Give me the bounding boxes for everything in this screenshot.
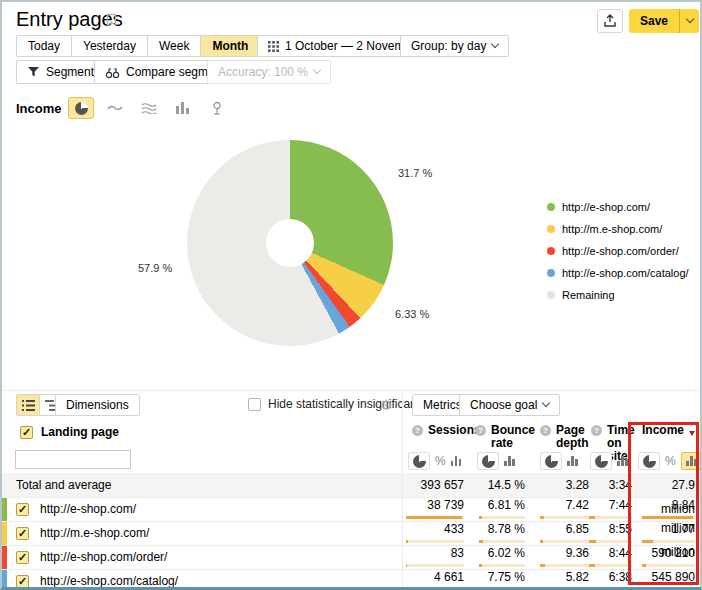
choose-goal-label: Choose goal [470,395,537,415]
legend-dot [547,291,555,299]
legend-item[interactable]: http://e-shop.com/order/ [547,240,689,262]
legend-label: http://e-shop.com/order/ [562,245,679,257]
legend-label: http://m.e-shop.com/ [562,223,662,235]
group-by-button[interactable]: Group: by day [400,35,509,57]
row-checkbox[interactable]: ✓ [16,551,29,564]
row-url[interactable]: http://m.e-shop.com/ [40,522,149,545]
help-icon[interactable]: ? [591,425,602,436]
url-filter-input[interactable] [15,450,131,469]
row-checkbox[interactable]: ✓ [16,575,29,588]
group-by-label: Group: by day [411,36,486,56]
entry-pages-report: Entry pages Save Today Yesterday Week Mo… [0,0,702,590]
legend-dot [547,269,555,277]
depth-cell: 5.82 [540,570,589,590]
legend-dot [547,203,555,211]
table-row[interactable]: ✓ http://e-shop.com/catalog/ 4 661 7.75 … [2,569,700,590]
pie-display-button[interactable] [477,452,499,470]
row-url[interactable]: http://e-shop.com/ [40,498,136,521]
export-icon [603,14,617,28]
bookmark-icon[interactable] [106,13,117,27]
legend-dot [547,225,555,233]
legend-item[interactable]: http://e-shop.com/ [547,196,689,218]
time-cell: 6:38 [589,570,632,590]
tab-week[interactable]: Week [147,35,201,57]
chevron-down-icon [313,66,321,74]
choose-goal-button[interactable]: Choose goal [459,394,560,416]
tab-month[interactable]: Month [200,35,260,57]
bars-icon [686,456,697,466]
table-row[interactable]: ✓ http://e-shop.com/ 38 739 6.81 % 7.42 … [2,497,700,521]
pie-chart-button[interactable] [68,97,94,119]
checkbox-unchecked[interactable] [248,398,261,411]
help-icon[interactable]: ? [412,425,423,436]
row-checkbox[interactable]: ✓ [16,527,29,540]
column-header-income[interactable]: Income [640,424,695,437]
slice-percent-label: 6.33 % [395,308,429,320]
column-label: Page depth [556,424,590,450]
column-header-sessions[interactable]: ?Sessions [412,424,468,437]
list-view-icon [22,400,35,411]
chart-type-selector [68,97,230,119]
bars-display-button-selected[interactable] [681,452,702,470]
column-chart-button[interactable] [170,97,196,119]
bars-display-button[interactable] [504,456,515,466]
column-label: Bounce rate [491,424,535,450]
row-color-strip [2,522,7,545]
legend-item[interactable]: Remaining [547,284,689,306]
legend-item[interactable]: http://e-shop.com/catalog/ [547,262,689,284]
pie-display-button[interactable] [540,452,562,470]
pie-display-button[interactable] [638,452,660,470]
save-button-label: Save [629,9,679,33]
row-color-strip [2,570,7,590]
map-button[interactable] [204,97,230,119]
pie-chart-icon [413,455,426,468]
pie-display-button[interactable] [590,452,612,470]
select-all-checkbox[interactable]: ✓ [20,426,33,439]
tab-today[interactable]: Today [16,35,72,57]
percent-display-button[interactable]: % [435,454,446,468]
tab-yesterday[interactable]: Yesterday [71,35,148,57]
bars-display-button[interactable] [567,456,578,466]
bars-display-button[interactable] [451,456,462,466]
help-icon[interactable]: ? [540,425,551,436]
accuracy-label: Accuracy: 100 % [218,61,308,83]
table-toolbar: Dimensions Hide statistically insignific… [2,391,700,419]
row-checkbox[interactable]: ✓ [16,503,29,516]
pie-chart-icon [545,455,558,468]
income-display-options: % [638,452,702,470]
total-row: Total and average 393 657 14.5 % 3.28 3:… [2,473,700,497]
row-url[interactable]: http://e-shop.com/order/ [40,546,167,569]
column-divider [402,391,403,587]
help-icon[interactable]: ? [475,425,486,436]
save-button[interactable]: Save [629,9,699,33]
save-dropdown[interactable] [679,9,699,33]
stacked-area-button[interactable] [136,97,162,119]
metric-label: Income [16,101,62,116]
funnel-icon [27,66,40,78]
row-url[interactable]: http://e-shop.com/catalog/ [40,570,178,590]
percent-display-button[interactable]: % [665,454,676,468]
dimensions-button[interactable]: Dimensions [55,394,140,416]
row-color-strip [2,498,7,521]
export-button[interactable] [597,9,623,33]
legend-item[interactable]: http://m.e-shop.com/ [547,218,689,240]
dimensions-label: Dimensions [66,395,129,415]
list-view-button[interactable] [16,394,40,416]
chevron-down-icon [491,40,499,48]
income-cell: 545 890 [642,570,695,590]
gear-icon[interactable]: ⚙ [380,397,393,413]
column-header-page-depth[interactable]: ?Page depth [540,424,590,450]
binoculars-icon [105,66,120,79]
bounce-display-options [477,452,515,470]
time-display-options [590,452,628,470]
column-label: Sessions [428,424,481,437]
table-row[interactable]: ✓ http://m.e-shop.com/ 433 8.78 % 6.85 8… [2,521,700,545]
line-chart-button[interactable] [102,97,128,119]
pie-display-button[interactable] [408,452,430,470]
column-header-bounce-rate[interactable]: ?Bounce rate [475,424,527,450]
pie-chart-icon [482,455,495,468]
table-row[interactable]: ✓ http://e-shop.com/order/ 83 6.02 % 9.3… [2,545,700,569]
bars-display-button[interactable] [617,456,628,466]
bounce-cell: 7.75 % [479,570,525,590]
chart-legend: http://e-shop.com/ http://m.e-shop.com/ … [547,196,689,306]
